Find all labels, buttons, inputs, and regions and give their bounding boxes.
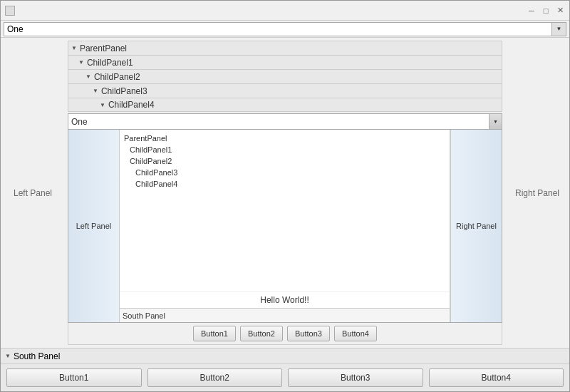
inner-panels-container: Left Panel ParentPanel ChildPanel1 Child… (68, 129, 502, 323)
inner-center-panel: ParentPanel ChildPanel1 ChildPanel2 Chil… (120, 130, 450, 322)
inner-left-panel: Left Panel (68, 130, 120, 322)
south-panel-label: South Panel (14, 351, 60, 361)
right-outer-panel: Right Panel (505, 38, 569, 348)
center-content: ▼ ParentPanel ▼ ChildPanel1 ▼ ChildPanel… (65, 38, 505, 348)
collapse-arrow: ▼ (100, 102, 105, 108)
south-panel-header[interactable]: ▼ South Panel (1, 349, 569, 364)
child-panel2-row[interactable]: ▼ ChildPanel2 (68, 69, 502, 83)
inner-south-panel-label: South Panel (120, 308, 450, 322)
south-collapse-arrow: ▼ (5, 353, 11, 359)
left-outer-panel: Left Panel (1, 38, 65, 348)
outer-button1[interactable]: Button1 (6, 368, 142, 387)
child-panel4-label: ChildPanel4 (108, 100, 155, 110)
inner-button3[interactable]: Button3 (287, 326, 330, 341)
child-panel3-row[interactable]: ▼ ChildPanel3 (68, 83, 502, 98)
top-dropdown-row: One Two Three ▼ (1, 21, 569, 38)
inner-button-row: Button1 Button2 Button3 Button4 (68, 323, 502, 345)
window-controls: ─ □ ✕ (527, 6, 565, 16)
hello-world-text: Hello World!! (120, 292, 450, 308)
inner-list: ParentPanel ChildPanel1 ChildPanel2 Chil… (120, 130, 450, 292)
parent-panel-row[interactable]: ▼ ParentPanel (68, 41, 502, 55)
list-item: ChildPanel4 (124, 178, 445, 190)
inner-button1[interactable]: Button1 (193, 326, 236, 341)
top-dropdown-select[interactable]: One Two Three (4, 22, 552, 36)
outer-button4[interactable]: Button4 (429, 368, 564, 387)
collapse-arrow: ▼ (71, 45, 77, 51)
window-icon (5, 6, 15, 16)
inner-dropdown-row: One ▼ (68, 113, 502, 129)
minimize-button[interactable]: ─ (527, 6, 537, 16)
inner-right-panel: Right Panel (450, 130, 502, 322)
list-item: ChildPanel2 (124, 155, 445, 167)
close-button[interactable]: ✕ (555, 6, 565, 16)
list-item: ParentPanel (124, 133, 445, 144)
child-panel1-row[interactable]: ▼ ChildPanel1 (68, 55, 502, 69)
main-window: ─ □ ✕ One Two Three ▼ Left Panel ▼ Paren… (0, 0, 570, 392)
collapse-arrow: ▼ (93, 88, 98, 94)
main-area: Left Panel ▼ ParentPanel ▼ ChildPanel1 ▼… (1, 38, 569, 348)
outer-button3[interactable]: Button3 (288, 368, 423, 387)
inner-dropdown-button[interactable]: ▼ (489, 114, 502, 129)
child-panel2-label: ChildPanel2 (94, 72, 140, 82)
list-item: ChildPanel1 (124, 144, 445, 155)
inner-button4[interactable]: Button4 (334, 326, 377, 341)
top-dropdown-arrow[interactable]: ▼ (552, 22, 566, 36)
outer-button2[interactable]: Button2 (147, 368, 283, 387)
parent-panel-label: ParentPanel (80, 43, 127, 53)
collapse-arrow: ▼ (86, 73, 91, 80)
south-panel-buttons: Button1 Button2 Button3 Button4 (1, 364, 569, 391)
child-panel3-label: ChildPanel3 (101, 86, 147, 96)
list-item: ChildPanel3 (124, 167, 445, 178)
child-panel1-label: ChildPanel1 (87, 58, 133, 68)
child-panel4-row[interactable]: ▼ ChildPanel4 (68, 98, 502, 112)
south-outer-panel: ▼ South Panel Button1 Button2 Button3 Bu… (1, 348, 569, 391)
collapse-arrow: ▼ (78, 59, 84, 66)
inner-button2[interactable]: Button2 (240, 326, 283, 341)
maximize-button[interactable]: □ (541, 6, 551, 16)
title-bar: ─ □ ✕ (1, 1, 569, 21)
inner-dropdown-text: One (68, 117, 489, 127)
